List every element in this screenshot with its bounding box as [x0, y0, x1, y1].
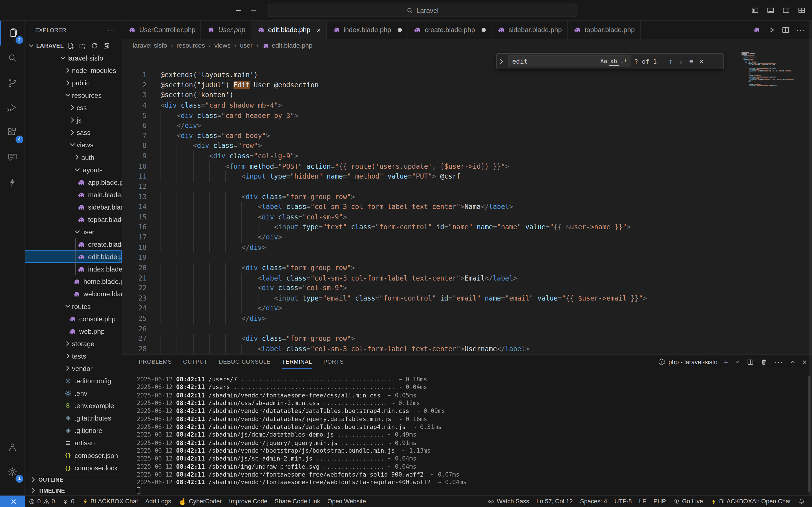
find-in-selection-icon[interactable]: ≡ [688, 57, 695, 65]
status-share-code-link[interactable]: Share Code Link [271, 496, 324, 507]
status-notifications[interactable] [795, 496, 809, 507]
timeline-section[interactable]: TIMELINE [25, 485, 121, 495]
php-elephant-icon[interactable] [753, 26, 761, 34]
status-eol[interactable]: LF [636, 496, 650, 507]
tree-folder-routes[interactable]: routes [25, 300, 121, 313]
panel-close-icon[interactable]: × [802, 357, 807, 366]
split-editor-icon[interactable] [781, 25, 790, 34]
explorer-more-icon[interactable]: ··· [107, 26, 115, 34]
tree-folder-css[interactable]: css [25, 101, 121, 114]
status-go-live[interactable]: Go Live [670, 496, 707, 507]
find-next-icon[interactable]: ↓ [677, 57, 684, 65]
tree-file-.editorconfig[interactable]: .editorconfig [25, 375, 121, 387]
tree-file-app.blade.php[interactable]: app.blade.php [25, 176, 121, 188]
tab-edit.blade.php[interactable]: edit.blade.php× [251, 20, 326, 39]
tree-file-.gitignore[interactable]: .gitignore [25, 424, 121, 437]
whole-word-icon[interactable]: ab [609, 57, 619, 65]
nav-forward-icon[interactable]: → [248, 5, 260, 14]
status-cursor-position[interactable]: Ln 57, Col 12 [533, 496, 576, 507]
tree-file-.gitattributes[interactable]: .gitattributes [25, 412, 121, 424]
panel-tab-terminal[interactable]: TERMINAL [282, 355, 312, 369]
tree-folder-public[interactable]: public [25, 76, 121, 89]
tree-file-welcome.blade....[interactable]: welcome.blade.... [25, 288, 121, 300]
terminal-instance[interactable]: $ php - laravel-sisfo [658, 358, 718, 366]
tree-file-web.php[interactable]: web.php [25, 325, 121, 337]
layout-panel-icon[interactable] [766, 6, 774, 14]
tree-file-home.blade.php[interactable]: home.blade.php [25, 275, 121, 288]
tree-folder-sass[interactable]: sass [25, 126, 121, 138]
tree-file-.env.example[interactable]: $.env.example [25, 399, 121, 412]
status-ports-forwarded[interactable]: 0 [59, 496, 78, 507]
tree-file-main.blade.php[interactable]: main.blade.php [25, 188, 121, 201]
layout-sidebar-right-icon[interactable] [782, 6, 790, 14]
tree-file-console.php[interactable]: console.php [25, 313, 121, 325]
panel-tab-debug-console[interactable]: DEBUG CONSOLE [219, 355, 270, 369]
minimap[interactable] [742, 52, 805, 354]
activity-chat[interactable] [0, 145, 25, 170]
status-indentation[interactable]: Spaces: 4 [576, 496, 611, 507]
status-blackboxai-open-chat[interactable]: BLACKBOXAI: Open Chat [707, 496, 794, 507]
status-add-logs[interactable]: Add Logs [142, 496, 174, 507]
tree-folder-user[interactable]: user [25, 226, 121, 238]
toggle-replace-icon[interactable] [498, 58, 505, 65]
tree-folder-resources[interactable]: resources [25, 89, 121, 101]
nav-back-icon[interactable]: ← [232, 5, 245, 14]
tree-file-create.blade.php[interactable]: create.blade.php [25, 238, 121, 250]
new-folder-icon[interactable] [79, 42, 87, 50]
tree-folder-storage[interactable]: storage [25, 337, 121, 350]
tree-folder-auth[interactable]: auth [25, 151, 121, 163]
tab-topbar.blade.php[interactable]: topbar.blade.php [567, 20, 641, 39]
tree-folder-vendor[interactable]: vendor [25, 362, 121, 375]
modified-dot-icon[interactable] [398, 27, 402, 32]
status-language-mode[interactable]: PHP [650, 496, 670, 507]
tree-file-composer.json[interactable]: {}composer.json [25, 449, 121, 461]
outline-section[interactable]: OUTLINE [25, 474, 121, 485]
breadcrumb-item-resources[interactable]: resources [176, 42, 205, 49]
find-close-icon[interactable]: × [698, 57, 705, 65]
panel-tab-problems[interactable]: PROBLEMS [139, 355, 172, 369]
tree-file-topbar.blade.php[interactable]: topbar.blade.php [25, 213, 121, 226]
activity-source-control[interactable] [0, 70, 25, 95]
tree-file-sidebar.blade.p...[interactable]: sidebar.blade.p... [25, 201, 121, 213]
tree-folder-layouts[interactable]: layouts [25, 163, 121, 176]
refresh-icon[interactable] [91, 42, 99, 50]
tree-file-index.blade.php[interactable]: index.blade.php [25, 263, 121, 275]
find-input[interactable]: edit Aa ab .* [508, 55, 631, 67]
tree-file-artisan[interactable]: artisan [25, 437, 121, 449]
breadcrumb-item-views[interactable]: views [214, 42, 231, 49]
status-remote[interactable] [0, 496, 25, 507]
tab-close-icon[interactable]: × [317, 25, 321, 34]
panel-more-icon[interactable]: ··· [774, 357, 784, 367]
command-center-search[interactable]: Laravel [268, 4, 577, 17]
match-case-icon[interactable]: Aa [599, 57, 609, 65]
new-file-icon[interactable] [67, 42, 75, 50]
tree-file-edit.blade.php[interactable]: edit.blade.php [25, 250, 121, 263]
panel-maximize-icon[interactable] [790, 359, 796, 365]
status-blackbox-chat[interactable]: BLACKBOX Chat [78, 496, 142, 507]
window-scrollbar-strip[interactable] [809, 20, 812, 495]
split-terminal-icon[interactable] [747, 358, 754, 365]
find-prev-icon[interactable]: ↑ [667, 57, 674, 65]
activity-explorer[interactable]: 2 [0, 20, 25, 45]
regex-icon[interactable]: .* [619, 57, 628, 65]
layout-sidebar-left-icon[interactable] [751, 6, 759, 14]
tree-file-.env[interactable]: .env [25, 387, 121, 399]
tab-usercontroller.php[interactable]: UserController.php [122, 20, 201, 39]
status-watch-sass[interactable]: Watch Sass [485, 496, 533, 507]
status-improve-code[interactable]: Improve Code [225, 496, 271, 507]
tree-folder-js[interactable]: js [25, 114, 121, 126]
collapse-all-icon[interactable] [103, 42, 110, 50]
activity-settings[interactable]: 1 [0, 459, 25, 484]
new-terminal-icon[interactable]: + [724, 357, 728, 366]
terminal-dropdown-icon[interactable] [734, 359, 741, 365]
status-encoding[interactable]: UTF-8 [611, 496, 635, 507]
tab-sidebar.blade.php[interactable]: sidebar.blade.php [492, 20, 567, 39]
tree-folder-tests[interactable]: tests [25, 350, 121, 362]
status-open-website[interactable]: Open Website [324, 496, 370, 507]
tab-index.blade.php[interactable]: index.blade.php [326, 20, 408, 39]
kill-terminal-icon[interactable] [760, 358, 768, 365]
tab-create.blade.php[interactable]: create.blade.php [408, 20, 492, 39]
activity-extensions[interactable]: 4 [0, 120, 25, 145]
terminal-output[interactable]: 2025-06-12 08:42:11 /users/7 ...........… [137, 376, 804, 493]
activity-run-debug[interactable] [0, 95, 25, 120]
